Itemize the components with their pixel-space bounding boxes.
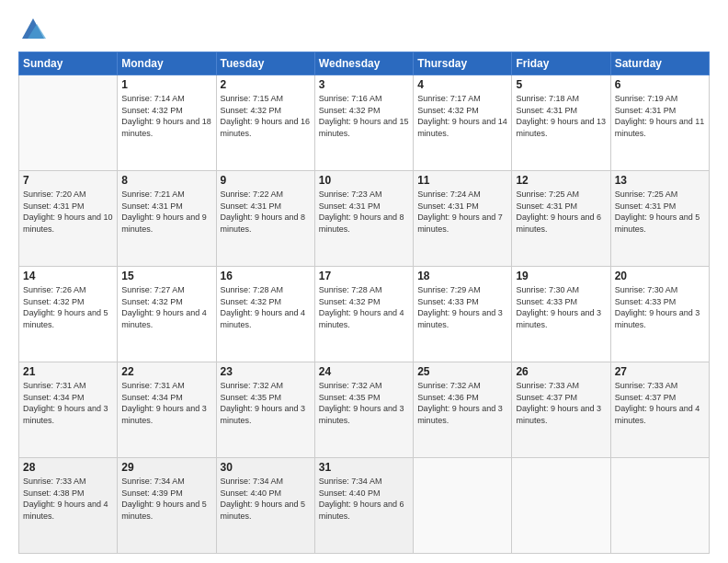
daylight-text: Daylight: 9 hours and 15 minutes. — [319, 117, 409, 138]
day-number: 17 — [319, 270, 409, 282]
sunrise-text: Sunrise: 7:20 AM — [23, 190, 86, 199]
sunset-text: Sunset: 4:31 PM — [121, 201, 183, 211]
daylight-text: Daylight: 9 hours and 10 minutes. — [23, 213, 113, 234]
daylight-text: Daylight: 9 hours and 13 minutes. — [516, 117, 606, 138]
sunrise-text: Sunrise: 7:22 AM — [221, 190, 284, 199]
calendar-cell: 5 Sunrise: 7:18 AM Sunset: 4:31 PM Dayli… — [512, 75, 610, 171]
calendar-cell: 16 Sunrise: 7:28 AM Sunset: 4:32 PM Dayl… — [216, 267, 314, 362]
calendar-cell: 9 Sunrise: 7:22 AM Sunset: 4:31 PM Dayli… — [216, 171, 314, 267]
day-number: 11 — [417, 174, 507, 187]
sunrise-text: Sunrise: 7:24 AM — [417, 190, 481, 199]
day-info: Sunrise: 7:33 AM Sunset: 4:38 PM Dayligh… — [23, 476, 113, 522]
sunset-text: Sunset: 4:34 PM — [23, 393, 85, 402]
sunrise-text: Sunrise: 7:25 AM — [516, 190, 579, 199]
calendar-cell: 10 Sunrise: 7:23 AM Sunset: 4:31 PM Dayl… — [314, 171, 413, 267]
daylight-text: Daylight: 9 hours and 8 minutes. — [221, 213, 306, 234]
day-number: 30 — [221, 461, 311, 474]
day-info: Sunrise: 7:25 AM Sunset: 4:31 PM Dayligh… — [516, 189, 606, 235]
calendar-cell: 6 Sunrise: 7:19 AM Sunset: 4:31 PM Dayli… — [610, 75, 709, 171]
day-info: Sunrise: 7:34 AM Sunset: 4:39 PM Dayligh… — [121, 476, 211, 522]
sunrise-text: Sunrise: 7:15 AM — [221, 94, 284, 103]
sunset-text: Sunset: 4:33 PM — [417, 297, 479, 306]
day-number: 14 — [23, 270, 113, 282]
daylight-text: Daylight: 9 hours and 3 minutes. — [516, 308, 601, 329]
sunrise-text: Sunrise: 7:30 AM — [516, 285, 579, 294]
logo-icon — [20, 17, 46, 42]
sunrise-text: Sunrise: 7:28 AM — [221, 285, 284, 294]
daylight-text: Daylight: 9 hours and 3 minutes. — [121, 404, 207, 425]
daylight-text: Daylight: 9 hours and 7 minutes. — [417, 213, 503, 234]
calendar-cell: 29 Sunrise: 7:34 AM Sunset: 4:39 PM Dayl… — [118, 458, 216, 554]
sunset-text: Sunset: 4:40 PM — [319, 488, 381, 498]
calendar-week-4: 21 Sunrise: 7:31 AM Sunset: 4:34 PM Dayl… — [19, 362, 710, 458]
day-info: Sunrise: 7:17 AM Sunset: 4:32 PM Dayligh… — [417, 93, 507, 139]
day-number: 27 — [615, 365, 705, 378]
day-number: 28 — [23, 461, 113, 474]
daylight-text: Daylight: 9 hours and 3 minutes. — [221, 404, 306, 425]
daylight-text: Daylight: 9 hours and 6 minutes. — [516, 213, 601, 234]
sunrise-text: Sunrise: 7:31 AM — [121, 381, 185, 390]
day-number: 18 — [417, 270, 507, 282]
header — [18, 17, 710, 42]
daylight-text: Daylight: 9 hours and 4 minutes. — [121, 308, 207, 329]
calendar-cell: 19 Sunrise: 7:30 AM Sunset: 4:33 PM Dayl… — [512, 267, 610, 362]
sunrise-text: Sunrise: 7:34 AM — [221, 477, 284, 486]
day-number: 4 — [417, 78, 507, 91]
daylight-text: Daylight: 9 hours and 5 minutes. — [615, 213, 700, 234]
sunrise-text: Sunrise: 7:32 AM — [319, 381, 382, 390]
daylight-text: Daylight: 9 hours and 3 minutes. — [23, 404, 108, 425]
calendar-cell: 31 Sunrise: 7:34 AM Sunset: 4:40 PM Dayl… — [314, 458, 413, 554]
sunrise-text: Sunrise: 7:27 AM — [121, 285, 185, 294]
daylight-text: Daylight: 9 hours and 4 minutes. — [615, 404, 700, 425]
day-number: 23 — [221, 365, 311, 378]
daylight-text: Daylight: 9 hours and 3 minutes. — [319, 404, 404, 425]
calendar-cell: 27 Sunrise: 7:33 AM Sunset: 4:37 PM Dayl… — [610, 362, 709, 458]
sunset-text: Sunset: 4:31 PM — [516, 201, 577, 211]
sunset-text: Sunset: 4:37 PM — [615, 393, 677, 402]
sunset-text: Sunset: 4:39 PM — [121, 488, 183, 498]
day-info: Sunrise: 7:32 AM Sunset: 4:36 PM Dayligh… — [417, 380, 507, 426]
day-number: 6 — [615, 78, 705, 91]
sunrise-text: Sunrise: 7:14 AM — [121, 94, 185, 103]
day-number: 9 — [221, 174, 311, 187]
daylight-text: Daylight: 9 hours and 5 minutes. — [221, 500, 306, 521]
sunrise-text: Sunrise: 7:19 AM — [615, 94, 678, 103]
calendar-cell: 26 Sunrise: 7:33 AM Sunset: 4:37 PM Dayl… — [512, 362, 610, 458]
weekday-header-row: SundayMondayTuesdayWednesdayThursdayFrid… — [19, 52, 710, 75]
day-number: 2 — [221, 78, 311, 91]
calendar-week-2: 7 Sunrise: 7:20 AM Sunset: 4:31 PM Dayli… — [19, 171, 710, 267]
sunset-text: Sunset: 4:36 PM — [417, 393, 479, 402]
weekday-thursday: Thursday — [414, 52, 512, 75]
calendar-week-5: 28 Sunrise: 7:33 AM Sunset: 4:38 PM Dayl… — [19, 458, 710, 554]
sunset-text: Sunset: 4:37 PM — [516, 393, 577, 402]
calendar-week-3: 14 Sunrise: 7:26 AM Sunset: 4:32 PM Dayl… — [19, 267, 710, 362]
calendar-cell: 23 Sunrise: 7:32 AM Sunset: 4:35 PM Dayl… — [216, 362, 314, 458]
day-info: Sunrise: 7:32 AM Sunset: 4:35 PM Dayligh… — [319, 380, 409, 426]
day-info: Sunrise: 7:22 AM Sunset: 4:31 PM Dayligh… — [221, 189, 311, 235]
day-info: Sunrise: 7:21 AM Sunset: 4:31 PM Dayligh… — [121, 189, 211, 235]
sunrise-text: Sunrise: 7:32 AM — [221, 381, 284, 390]
day-info: Sunrise: 7:31 AM Sunset: 4:34 PM Dayligh… — [121, 380, 211, 426]
sunrise-text: Sunrise: 7:32 AM — [417, 381, 481, 390]
daylight-text: Daylight: 9 hours and 8 minutes. — [319, 213, 404, 234]
day-info: Sunrise: 7:19 AM Sunset: 4:31 PM Dayligh… — [615, 93, 705, 139]
day-number: 26 — [516, 365, 606, 378]
day-info: Sunrise: 7:25 AM Sunset: 4:31 PM Dayligh… — [615, 189, 705, 235]
daylight-text: Daylight: 9 hours and 18 minutes. — [121, 117, 211, 138]
daylight-text: Daylight: 9 hours and 3 minutes. — [516, 404, 601, 425]
calendar-cell: 28 Sunrise: 7:33 AM Sunset: 4:38 PM Dayl… — [19, 458, 118, 554]
calendar-cell: 20 Sunrise: 7:30 AM Sunset: 4:33 PM Dayl… — [610, 267, 709, 362]
calendar-cell: 2 Sunrise: 7:15 AM Sunset: 4:32 PM Dayli… — [216, 75, 314, 171]
day-number: 22 — [121, 365, 211, 378]
day-info: Sunrise: 7:18 AM Sunset: 4:31 PM Dayligh… — [516, 93, 606, 139]
sunset-text: Sunset: 4:33 PM — [516, 297, 577, 306]
sunrise-text: Sunrise: 7:34 AM — [319, 477, 382, 486]
sunset-text: Sunset: 4:40 PM — [221, 488, 282, 498]
sunset-text: Sunset: 4:32 PM — [23, 297, 85, 306]
weekday-friday: Friday — [512, 52, 610, 75]
calendar-cell: 12 Sunrise: 7:25 AM Sunset: 4:31 PM Dayl… — [512, 171, 610, 267]
day-number: 25 — [417, 365, 507, 378]
day-number: 1 — [121, 78, 211, 91]
sunrise-text: Sunrise: 7:30 AM — [615, 285, 678, 294]
sunrise-text: Sunrise: 7:26 AM — [23, 285, 86, 294]
